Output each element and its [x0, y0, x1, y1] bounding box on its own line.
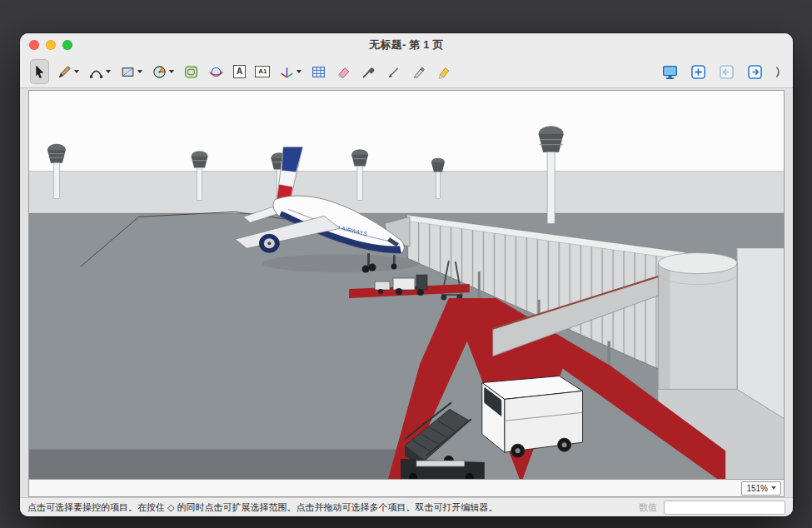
- close-button[interactable]: [29, 40, 39, 50]
- cursor-arrow-icon: [32, 64, 47, 80]
- monitor-icon: [661, 63, 679, 81]
- status-hint: 点击可选择要操控的项目。在按住 ◇ 的同时点击可扩展选择范围。点击并拖动可选择多…: [27, 501, 632, 514]
- eraser-icon: [336, 64, 351, 80]
- offset-tool[interactable]: [182, 59, 201, 84]
- zoom-select[interactable]: 151%: [741, 481, 781, 496]
- dropdown-caret: [137, 70, 142, 73]
- dropdown-caret: [74, 70, 79, 73]
- textbox-tool[interactable]: A1: [253, 59, 271, 84]
- statusbar: 点击可选择要操控的项目。在按住 ◇ 的同时点击可扩展选择范围。点击并拖动可选择多…: [20, 497, 793, 516]
- arc-icon: [88, 64, 104, 80]
- rectangle-icon: [120, 64, 136, 80]
- toolbar-overflow-chevron[interactable]: [775, 63, 783, 81]
- model-scene[interactable]: BRITISH AIRWAYS: [29, 91, 784, 479]
- dropdown-caret: [169, 70, 174, 73]
- arrow-right-icon: [746, 63, 764, 81]
- chevron-right-icon: [775, 63, 783, 81]
- eraser-tool[interactable]: [334, 59, 353, 84]
- dropdown-caret: [296, 70, 301, 73]
- model-canvas[interactable]: BRITISH AIRWAYS: [28, 90, 785, 479]
- knife-tool[interactable]: [409, 59, 428, 84]
- orbit-icon: [208, 64, 224, 80]
- belt-loader[interactable]: [401, 459, 485, 479]
- eyedropper-icon: [361, 64, 376, 80]
- circle-tool[interactable]: [150, 59, 176, 84]
- titlebar[interactable]: 无标题- 第 1 页: [20, 33, 793, 56]
- thin-pencil-icon: [386, 64, 401, 80]
- dropdown-caret: [106, 70, 111, 73]
- axes-measure-tool[interactable]: [277, 59, 303, 84]
- desktop: { "window": { "title": "无标题- 第 1 页" }, "…: [0, 0, 812, 528]
- toolbar: A A1: [20, 56, 793, 87]
- measurements-label: 数值: [639, 501, 657, 514]
- add-scene-button[interactable]: [690, 63, 707, 81]
- zoom-value: 151%: [746, 484, 768, 493]
- highlighter-tool[interactable]: [434, 59, 453, 84]
- table-tool[interactable]: [309, 59, 328, 84]
- pencil-tool[interactable]: [55, 59, 81, 84]
- window-title: 无标题- 第 1 页: [369, 37, 443, 52]
- circle-icon: [152, 64, 167, 80]
- arc-tool[interactable]: [87, 59, 112, 84]
- chevron-down-icon: [771, 486, 776, 490]
- toolbar-right-group: [661, 63, 783, 81]
- measurements-input[interactable]: [664, 501, 785, 515]
- canvas-column: BRITISH AIRWAYS: [20, 87, 793, 497]
- service-truck[interactable]: [482, 376, 583, 458]
- knife-icon: [411, 64, 426, 80]
- maximize-button[interactable]: [62, 40, 72, 50]
- textbox-tool-icon: A1: [255, 66, 270, 77]
- text-tool[interactable]: A: [232, 59, 247, 84]
- rectangle-tool[interactable]: [118, 59, 144, 84]
- plus-square-icon: [690, 63, 707, 81]
- zoom-strip: 151%: [28, 479, 785, 497]
- traffic-lights: [29, 33, 72, 56]
- table-grid-icon: [311, 64, 326, 80]
- eyedropper-tool[interactable]: [359, 59, 378, 84]
- offset-icon: [183, 64, 199, 80]
- app-window: 无标题- 第 1 页: [20, 33, 793, 516]
- select-tool[interactable]: [30, 59, 49, 84]
- draw-pencil-tool[interactable]: [384, 59, 403, 84]
- previous-scene-button[interactable]: [718, 63, 735, 81]
- next-scene-button[interactable]: [746, 63, 764, 81]
- pencil-icon: [57, 64, 72, 80]
- minimize-button[interactable]: [46, 40, 56, 50]
- presentation-button[interactable]: [661, 63, 679, 81]
- axes-icon: [279, 64, 295, 80]
- orbit-tool[interactable]: [207, 59, 226, 84]
- text-tool-icon: A: [233, 65, 246, 78]
- arrow-left-icon: [718, 63, 735, 81]
- highlighter-icon: [436, 64, 451, 80]
